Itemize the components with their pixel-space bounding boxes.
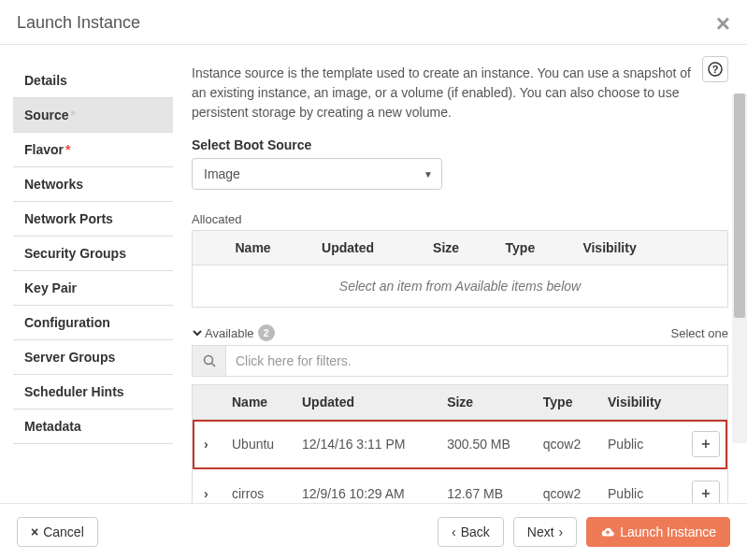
description-text: Instance source is the template used to … xyxy=(192,64,728,122)
svg-line-3 xyxy=(211,364,215,367)
svg-text:?: ? xyxy=(712,64,719,75)
chevron-left-icon: ‹ xyxy=(452,524,456,539)
close-icon[interactable]: × xyxy=(716,14,730,33)
sidebar-item-key-pair[interactable]: Key Pair xyxy=(13,271,173,306)
sidebar-item-security-groups[interactable]: Security Groups xyxy=(13,237,173,271)
col-name[interactable]: Name xyxy=(224,385,294,420)
expand-row-icon[interactable]: › xyxy=(200,486,212,501)
col-visibility[interactable]: Visibility xyxy=(600,385,684,420)
sidebar-item-server-groups[interactable]: Server Groups xyxy=(13,340,173,375)
col-name: Name xyxy=(224,231,311,266)
sidebar-item-metadata[interactable]: Metadata xyxy=(13,409,173,444)
col-type: Type xyxy=(495,231,572,266)
main-panel: ? Instance source is the template used t… xyxy=(173,45,747,503)
cell-size: 300.50 MB xyxy=(439,420,536,469)
scrollbar[interactable] xyxy=(732,93,747,443)
col-size: Size xyxy=(422,231,494,266)
close-icon: × xyxy=(31,524,38,539)
sidebar-item-configuration[interactable]: Configuration xyxy=(13,306,173,340)
sidebar-item-networks[interactable]: Networks xyxy=(13,167,173,202)
boot-source-select[interactable]: Image xyxy=(192,158,442,190)
expand-row-icon[interactable]: › xyxy=(200,437,212,452)
cell-name: cirros xyxy=(224,469,294,503)
cell-name: Ubuntu xyxy=(224,420,294,469)
sidebar-item-scheduler-hints[interactable]: Scheduler Hints xyxy=(13,375,173,409)
wizard-sidebar: DetailsSource*Flavor*NetworksNetwork Por… xyxy=(0,45,173,503)
cell-size: 12.67 MB xyxy=(439,469,536,503)
available-table: Name Updated Size Type Visibility ›Ubunt… xyxy=(192,384,728,503)
chevron-right-icon: › xyxy=(559,524,564,539)
add-button[interactable]: + xyxy=(692,481,720,503)
add-button[interactable]: + xyxy=(692,431,720,457)
sidebar-item-network-ports[interactable]: Network Ports xyxy=(13,202,173,237)
cancel-button[interactable]: × Cancel xyxy=(17,517,98,547)
allocated-empty: Select an item from Available items belo… xyxy=(193,266,728,308)
cell-visibility: Public xyxy=(600,469,684,503)
col-size[interactable]: Size xyxy=(439,385,536,420)
filter-input[interactable] xyxy=(226,346,727,376)
search-icon[interactable] xyxy=(193,346,226,376)
boot-source-label: Select Boot Source xyxy=(192,137,728,152)
modal-title: Launch Instance xyxy=(17,13,140,33)
table-row[interactable]: ›Ubuntu12/14/16 3:11 PM300.50 MBqcow2Pub… xyxy=(193,420,727,469)
col-updated[interactable]: Updated xyxy=(294,385,439,420)
cell-updated: 12/14/16 3:11 PM xyxy=(294,420,439,469)
sidebar-item-details[interactable]: Details xyxy=(13,64,173,98)
select-one-hint: Select one xyxy=(671,326,728,340)
svg-point-2 xyxy=(204,356,212,365)
cell-type: qcow2 xyxy=(536,420,600,469)
help-button[interactable]: ? xyxy=(702,56,728,82)
table-row[interactable]: ›cirros12/9/16 10:29 AM12.67 MBqcow2Publ… xyxy=(193,469,727,503)
next-button[interactable]: Next › xyxy=(513,517,577,547)
available-toggle[interactable]: Available 2 xyxy=(192,324,275,341)
required-icon: * xyxy=(65,142,70,157)
cell-type: qcow2 xyxy=(536,469,600,503)
allocated-table: Name Updated Size Type Visibility Select… xyxy=(192,230,728,308)
col-type[interactable]: Type xyxy=(536,385,600,420)
available-count-badge: 2 xyxy=(258,324,275,341)
sidebar-item-flavor[interactable]: Flavor* xyxy=(13,133,173,167)
col-visibility: Visibility xyxy=(571,231,684,266)
back-button[interactable]: ‹ Back xyxy=(438,517,504,547)
cell-updated: 12/9/16 10:29 AM xyxy=(294,469,439,503)
allocated-label: Allocated xyxy=(192,212,241,226)
launch-instance-button[interactable]: Launch Instance xyxy=(586,517,730,547)
sidebar-item-source[interactable]: Source* xyxy=(13,98,173,133)
col-updated: Updated xyxy=(310,231,422,266)
required-icon: * xyxy=(70,108,75,122)
cell-visibility: Public xyxy=(600,420,684,469)
cloud-upload-icon xyxy=(600,526,615,538)
